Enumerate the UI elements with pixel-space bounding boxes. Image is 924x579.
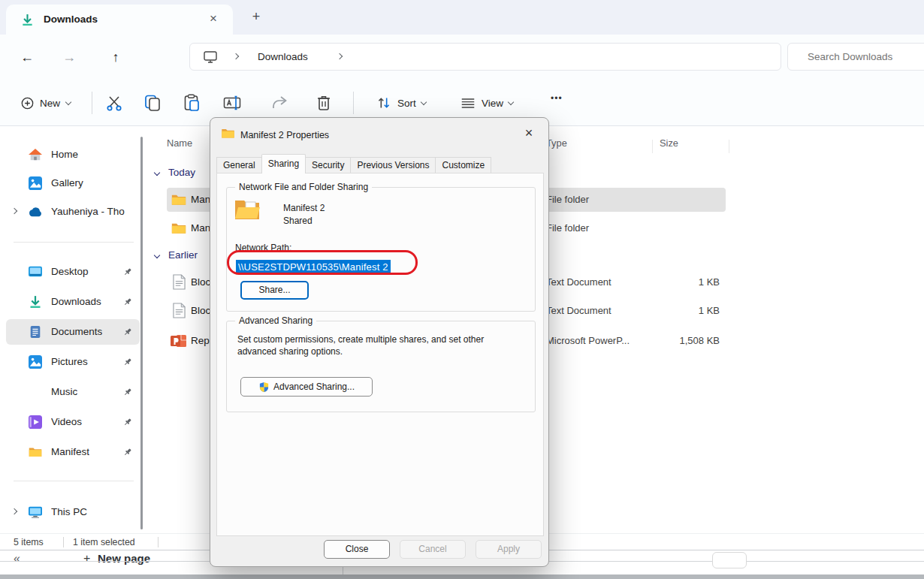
group-collapse-icon[interactable] [154,252,160,258]
group-collapse-icon[interactable] [154,170,160,176]
new-button[interactable]: New [14,89,83,116]
search-input[interactable] [808,44,924,69]
delete-button[interactable] [315,94,333,112]
column-divider[interactable] [729,140,729,153]
cancel-button[interactable]: Cancel [400,540,466,559]
music-icon [29,385,42,399]
sidebar-scrollbar[interactable] [140,137,143,529]
sidebar-item-label: Manifest [51,439,89,465]
background-button[interactable] [712,552,747,568]
folder-icon [171,222,186,235]
annotation-highlight-oval [227,250,418,275]
paste-button[interactable] [183,94,201,112]
breadcrumb-chevron-icon[interactable] [337,53,343,59]
sidebar-item-desktop[interactable]: Desktop [6,259,140,285]
sidebar-item-gallery[interactable]: Gallery [6,170,140,196]
file-type: File folder [546,216,589,240]
pin-icon [123,418,132,427]
sidebar-item-label: Gallery [51,170,83,196]
group-header-today[interactable]: Today [168,167,195,178]
column-header-name[interactable]: Name [167,137,192,149]
collapse-pane-button[interactable]: « [14,552,20,565]
item-count: 5 items [14,537,44,547]
status-divider [158,537,159,547]
sidebar-item-label: Yauheniya - Tho [51,199,125,225]
screen: « + New page Downloads × + ← → ↑ [0,0,924,579]
tab-close-button[interactable]: × [204,10,222,28]
tab-strip: Downloads × + [0,0,924,35]
breadcrumb-downloads[interactable]: Downloads [258,44,308,70]
toolbar-divider [353,92,354,114]
group-header-earlier[interactable]: Earlier [168,249,198,261]
new-page-plus-icon[interactable]: + [83,552,90,565]
apply-button[interactable]: Apply [476,540,542,559]
pin-icon [123,267,132,276]
this-pc-icon[interactable] [204,51,217,63]
sidebar-item-downloads[interactable]: Downloads [6,289,140,315]
download-icon [29,295,42,309]
tab-previous-versions[interactable]: Previous Versions [350,157,436,173]
navigation-bar: ← → ↑ Downloads [0,35,924,80]
shared-folder-name: Manifest 2 [283,203,325,213]
file-type: File folder [546,188,589,212]
tab-sharing[interactable]: Sharing [261,154,306,173]
new-page-button[interactable]: New page [98,552,150,565]
expand-chevron-icon[interactable] [11,508,17,514]
sidebar-item-label: Home [51,142,78,167]
sidebar-item-onedrive[interactable]: Yauheniya - Tho [6,199,140,225]
advanced-sharing-button-label: Advanced Sharing... [273,381,355,392]
cut-button[interactable] [105,94,123,112]
home-icon [29,148,42,161]
explorer-tab-downloads[interactable]: Downloads × [6,5,233,35]
rename-button[interactable] [223,94,241,112]
desktop-icon [29,265,42,279]
tab-security[interactable]: Security [305,157,351,173]
sidebar-item-pictures[interactable]: Pictures [6,349,140,375]
dialog-tab-strip: General Sharing Security Previous Versio… [216,153,491,173]
expand-chevron-icon[interactable] [11,208,17,214]
new-tab-button[interactable]: + [246,6,266,27]
sort-button[interactable]: Sort [376,89,426,116]
column-divider[interactable] [652,140,653,153]
up-button[interactable]: ↑ [104,45,128,69]
plus-circle-icon [21,97,34,110]
pin-icon [123,357,132,366]
pin-icon [123,448,132,457]
selection-count: 1 item selected [73,537,135,547]
column-header-size[interactable]: Size [660,137,678,149]
chevron-down-icon [65,98,71,104]
sharing-tab-page: Network File and Folder Sharing Manifest… [216,173,544,536]
tab-title: Downloads [44,5,98,35]
this-pc-icon [29,505,42,519]
sort-label: Sort [397,98,416,109]
tab-customize[interactable]: Customize [435,157,491,173]
copy-button[interactable] [143,94,162,112]
sidebar-item-documents[interactable]: Documents [6,319,140,345]
folder-icon [29,446,42,458]
column-header-type[interactable]: Type [546,137,567,149]
view-label: View [482,98,503,109]
forward-button[interactable]: → [57,45,81,69]
sidebar-item-label: Videos [51,409,82,435]
back-button[interactable]: ← [15,45,39,69]
sidebar-item-this-pc[interactable]: This PC [6,499,140,525]
address-bar[interactable]: Downloads [189,43,781,71]
more-options-button[interactable]: ••• [551,93,563,104]
sidebar-item-manifest[interactable]: Manifest [6,439,140,465]
group-legend: Advanced Sharing [235,315,316,326]
sidebar-item-music[interactable]: Music [6,379,140,405]
close-button[interactable]: Close [324,540,390,559]
tab-general[interactable]: General [216,157,262,173]
share-button-disabled[interactable] [270,94,288,112]
file-type: Text Document [546,299,611,323]
dialog-close-button[interactable]: × [518,122,539,143]
view-button[interactable]: View [460,89,513,116]
sidebar-divider [14,242,134,243]
search-box[interactable] [787,43,924,71]
sidebar-item-videos[interactable]: Videos [6,409,140,435]
sidebar-item-home[interactable]: Home [6,142,140,167]
folder-icon [221,128,235,139]
sort-arrows-icon [376,95,392,111]
advanced-sharing-button[interactable]: Advanced Sharing... [240,377,373,397]
share-button[interactable]: Share... [240,281,309,300]
